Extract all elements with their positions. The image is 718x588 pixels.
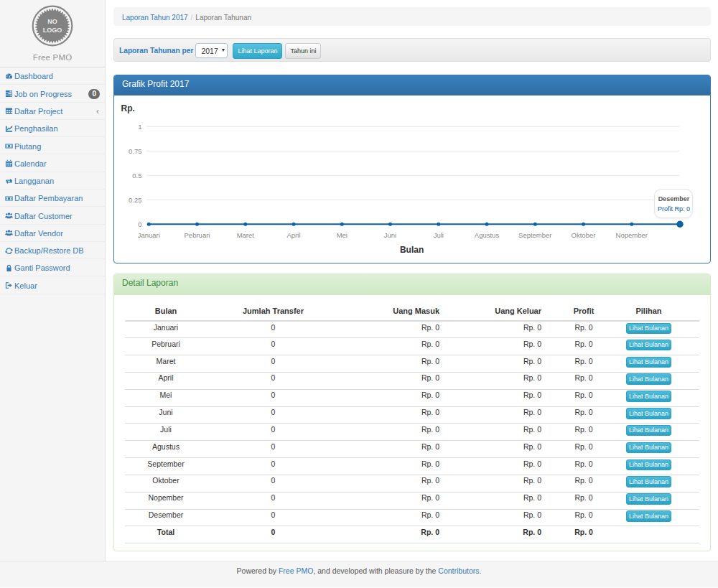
svg-text:LOGO: LOGO [43, 27, 62, 34]
svg-text:Januari: Januari [138, 231, 160, 239]
svg-text:Maret: Maret [237, 231, 255, 239]
svg-text:Nopember: Nopember [616, 231, 648, 239]
svg-text:Oktober: Oktober [572, 231, 596, 239]
svg-text:Bulan: Bulan [400, 245, 424, 255]
svg-text:Juli: Juli [434, 231, 444, 239]
svg-text:Rp.: Rp. [121, 103, 135, 113]
svg-text:September: September [518, 231, 551, 239]
svg-text:0.25: 0.25 [129, 196, 142, 204]
svg-text:Juni: Juni [384, 231, 396, 239]
svg-text:Agustus: Agustus [475, 231, 500, 239]
svg-text:1: 1 [138, 123, 141, 131]
svg-text:0.5: 0.5 [132, 172, 141, 179]
svg-text:NO: NO [47, 18, 57, 25]
svg-text:Mei: Mei [337, 231, 348, 239]
svg-text:0: 0 [138, 220, 141, 228]
svg-text:0.75: 0.75 [129, 147, 142, 155]
svg-text:Pebruari: Pebruari [185, 231, 210, 239]
svg-text:April: April [286, 231, 300, 239]
